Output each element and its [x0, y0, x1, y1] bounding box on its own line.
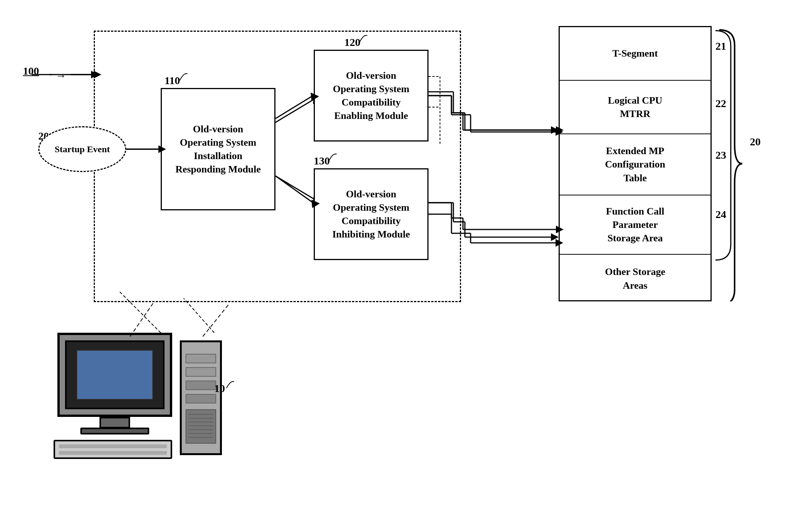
svg-marker-45: [311, 93, 319, 101]
svg-marker-47: [311, 200, 320, 208]
svg-line-46: [275, 176, 313, 203]
svg-marker-43: [158, 145, 166, 153]
svg-marker-40: [91, 71, 99, 78]
svg-line-44: [275, 96, 313, 119]
svg-marker-53: [556, 128, 563, 136]
svg-marker-59: [556, 239, 563, 247]
